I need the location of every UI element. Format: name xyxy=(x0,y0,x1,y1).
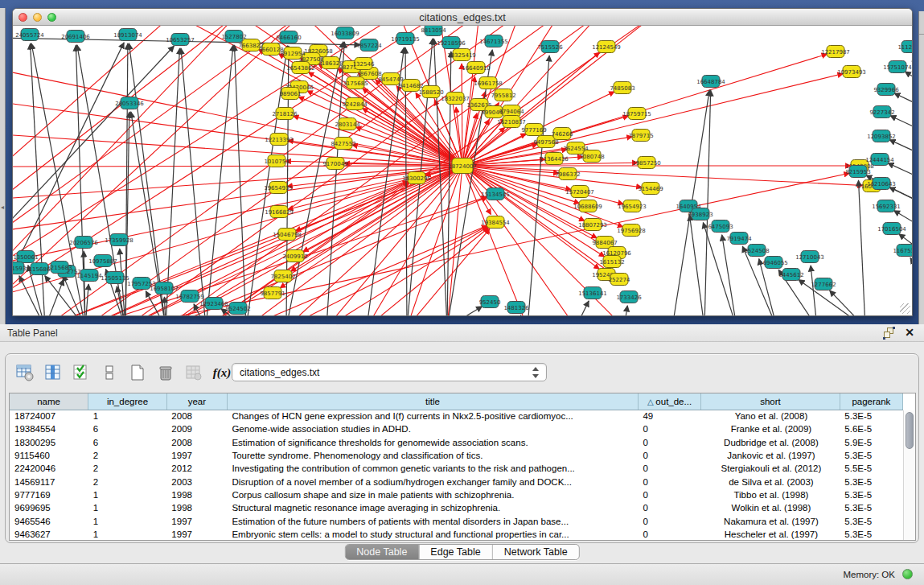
table-cell[interactable]: 6 xyxy=(88,422,167,435)
table-cell[interactable]: Investigating the contribution of common… xyxy=(227,462,638,475)
table-cell[interactable]: 5.3E-5 xyxy=(840,488,902,501)
table-cell[interactable]: 19384554 xyxy=(10,422,88,435)
table-cell[interactable]: 0 xyxy=(638,422,700,435)
table-cell[interactable]: 5.6E-5 xyxy=(840,422,902,435)
table-cell[interactable]: 1 xyxy=(88,514,167,527)
table-cell[interactable]: Tourette syndrome. Phenomenology and cla… xyxy=(227,449,638,462)
table-row[interactable]: 1872400712008Changes of HCN gene express… xyxy=(10,410,903,422)
table-cell[interactable]: 5.5E-5 xyxy=(840,462,902,475)
column-header-in_degree[interactable]: in_degree xyxy=(88,393,167,410)
table-cell[interactable]: Changes of HCN gene expression and I(f) … xyxy=(227,410,638,422)
table-cell[interactable]: Tibbo et al. (1998) xyxy=(701,488,840,501)
table-cell[interactable]: 22420046 xyxy=(10,462,88,475)
table-cell[interactable]: 1 xyxy=(88,488,167,501)
tab-edge-table[interactable]: Edge Table xyxy=(419,545,492,559)
table-cell[interactable]: Jankovic et al. (1997) xyxy=(701,449,840,462)
table-cell[interactable]: Stergiakouli et al. (2012) xyxy=(701,462,840,475)
delete-table-icon[interactable] xyxy=(156,363,175,382)
tab-node-table[interactable]: Node Table xyxy=(345,545,419,559)
column-header-short[interactable]: short xyxy=(701,393,840,410)
table-cell[interactable]: 2008 xyxy=(166,410,227,422)
table-cell[interactable]: 1998 xyxy=(166,488,227,501)
table-cell[interactable]: 0 xyxy=(638,436,700,449)
window-titlebar[interactable]: citations_edges.txt xyxy=(13,9,912,26)
table-cell[interactable]: Dudbridge et al. (2008) xyxy=(701,436,840,449)
table-cell[interactable]: 5.3E-5 xyxy=(840,449,902,462)
column-header-pagerank[interactable]: pagerank xyxy=(840,393,902,410)
column-header-title[interactable]: title xyxy=(227,393,638,410)
table-row[interactable]: 2242004622012Investigating the contribut… xyxy=(10,462,903,475)
table-scrollbar-thumb[interactable] xyxy=(906,412,914,449)
table-cell[interactable]: Nakamura et al. (1997) xyxy=(701,514,840,527)
table-cell[interactable]: 2 xyxy=(88,462,167,475)
table-cell[interactable]: 1 xyxy=(88,410,167,422)
select-columns-icon[interactable] xyxy=(72,363,91,382)
table-cell[interactable]: 14569117 xyxy=(10,475,88,488)
table-cell[interactable]: 9463627 xyxy=(10,528,88,541)
table-cell[interactable]: 2012 xyxy=(166,462,227,475)
table-cell[interactable]: 1997 xyxy=(166,528,227,541)
table-row[interactable]: 1938455462009Genome-wide association stu… xyxy=(10,422,903,435)
table-cell[interactable]: 0 xyxy=(638,501,700,514)
table-cell[interactable]: 0 xyxy=(638,475,700,488)
table-cell[interactable]: 0 xyxy=(638,488,700,501)
table-cell[interactable]: 2 xyxy=(88,449,167,462)
table-column-icon[interactable] xyxy=(43,363,63,382)
table-cell[interactable]: Estimation of the future numbers of pati… xyxy=(227,514,638,527)
table-cell[interactable]: 2003 xyxy=(166,475,227,488)
table-cell[interactable]: Disruption of a novel member of a sodium… xyxy=(227,475,638,488)
table-cell[interactable]: Estimation of significance thresholds fo… xyxy=(227,436,638,449)
window-resize-grip[interactable] xyxy=(900,303,910,314)
table-cell[interactable]: Hescheler et al. (1997) xyxy=(701,528,840,541)
table-cell[interactable]: 9115460 xyxy=(10,449,88,462)
table-cell[interactable]: 2 xyxy=(88,475,167,488)
tab-network-table[interactable]: Network Table xyxy=(493,545,579,559)
table-cell[interactable]: 0 xyxy=(638,528,700,541)
table-cell[interactable]: 5.3E-5 xyxy=(840,501,902,514)
table-cell[interactable]: 2008 xyxy=(166,436,227,449)
table-cell[interactable]: 0 xyxy=(638,462,700,475)
float-panel-icon[interactable] xyxy=(884,328,895,339)
table-cell[interactable]: 6 xyxy=(88,436,167,449)
table-cell[interactable]: 9777169 xyxy=(10,488,88,501)
table-row[interactable]: 1830029562008Estimation of significance … xyxy=(10,436,903,449)
table-cell[interactable]: 0 xyxy=(638,449,700,462)
table-cell[interactable]: 1997 xyxy=(166,514,227,527)
table-cell[interactable]: 5.3E-5 xyxy=(840,514,902,527)
import-table-icon[interactable] xyxy=(184,363,203,382)
panel-collapse-handle[interactable]: ◂ xyxy=(1,204,5,211)
column-header-name[interactable]: name xyxy=(10,393,88,410)
column-header-year[interactable]: year xyxy=(166,393,227,410)
table-cell[interactable]: 49 xyxy=(638,410,700,422)
table-cell[interactable]: de Silva et al. (2003) xyxy=(701,475,840,488)
table-cell[interactable]: 5.3E-5 xyxy=(840,410,902,422)
table-cell[interactable]: Genome-wide association studies in ADHD. xyxy=(227,422,638,435)
table-cell[interactable]: 1997 xyxy=(166,449,227,462)
table-selector-dropdown[interactable]: citations_edges.txt xyxy=(232,363,547,381)
table-cell[interactable]: 9699695 xyxy=(10,501,88,514)
table-cell[interactable]: 5.9E-5 xyxy=(840,436,902,449)
table-row[interactable]: 946362711997Embryonic stem cells: a mode… xyxy=(10,528,903,541)
table-cell[interactable]: 18300295 xyxy=(10,436,88,449)
table-cell[interactable]: 5.3E-5 xyxy=(840,528,902,541)
table-cell[interactable]: Corpus callosum shape and size in male p… xyxy=(227,488,638,501)
table-cell[interactable]: 18724007 xyxy=(10,410,88,422)
table-cell[interactable]: 1998 xyxy=(166,501,227,514)
table-cell[interactable]: 0 xyxy=(638,514,700,527)
table-cell[interactable]: 2009 xyxy=(166,422,227,435)
table-row[interactable]: 946554611997Estimation of the future num… xyxy=(10,514,903,527)
table-cell[interactable]: Embryonic stem cells: a model to study s… xyxy=(227,528,638,541)
function-builder-icon[interactable]: f(x) xyxy=(212,363,232,382)
table-row[interactable]: 969969511998Structural magnetic resonanc… xyxy=(10,501,903,514)
table-cell[interactable]: 1 xyxy=(88,528,167,541)
table-cell[interactable]: 9465546 xyxy=(10,514,88,527)
column-header-out_de[interactable]: △ out_de... xyxy=(638,393,700,410)
table-cell[interactable]: Wolkin et al. (1998) xyxy=(701,501,840,514)
close-panel-icon[interactable]: ✕ xyxy=(905,326,914,339)
table-cell[interactable]: 1 xyxy=(88,501,167,514)
new-table-icon[interactable] xyxy=(128,363,147,382)
table-cell[interactable]: Yano et al. (2008) xyxy=(701,410,840,422)
table-scrollbar[interactable] xyxy=(903,410,915,541)
table-cell[interactable]: Structural magnetic resonance image aver… xyxy=(227,501,638,514)
network-canvas[interactable]: 1872400718300295193845549777169649756874… xyxy=(13,26,912,315)
